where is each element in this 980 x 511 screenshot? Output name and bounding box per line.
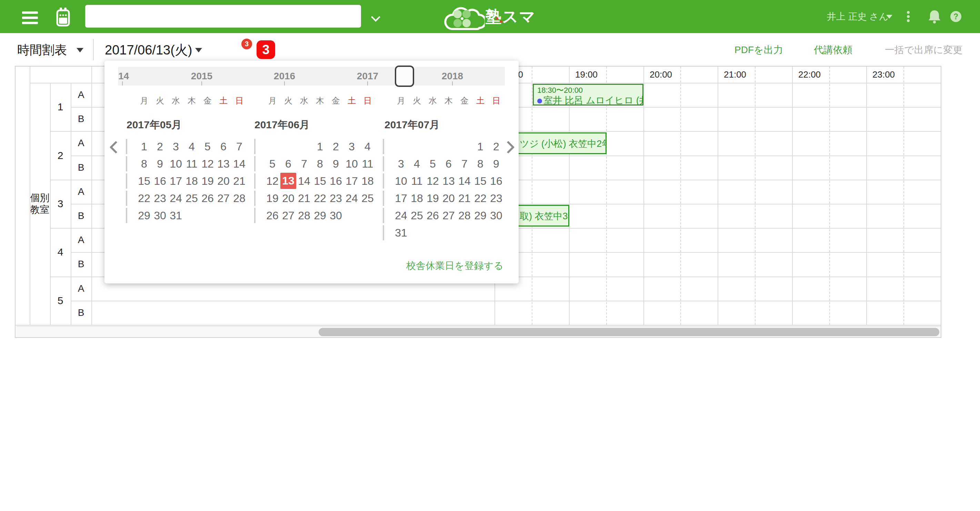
day-cell[interactable]: 6: [280, 155, 296, 172]
day-cell[interactable]: 17: [344, 172, 360, 189]
day-cell[interactable]: 30: [152, 207, 168, 224]
day-cell[interactable]: 13: [216, 155, 231, 172]
day-cell[interactable]: 25: [360, 189, 375, 207]
day-cell[interactable]: 8: [136, 155, 152, 172]
day-cell[interactable]: 26: [200, 189, 216, 207]
day-cell[interactable]: 29: [473, 207, 488, 224]
day-cell[interactable]: 2: [488, 138, 504, 155]
substitute-request-button[interactable]: 代講依頼: [814, 33, 853, 67]
day-cell[interactable]: 13: [280, 173, 296, 189]
day-cell[interactable]: 1: [473, 138, 488, 155]
day-cell[interactable]: 7: [231, 138, 247, 155]
day-cell[interactable]: 25: [409, 207, 425, 224]
day-cell[interactable]: 4: [360, 138, 375, 155]
day-cell[interactable]: 11: [360, 155, 375, 172]
day-cell[interactable]: 28: [457, 207, 473, 224]
chevron-down-icon[interactable]: [371, 13, 380, 22]
day-cell[interactable]: 22: [473, 189, 488, 207]
day-cell[interactable]: 26: [264, 207, 280, 224]
view-selector[interactable]: 時間割表: [17, 33, 67, 67]
day-cell[interactable]: 6: [441, 155, 457, 172]
schedule-device-icon[interactable]: [55, 7, 71, 27]
day-cell[interactable]: 7: [296, 155, 312, 172]
day-cell[interactable]: 28: [296, 207, 312, 224]
day-cell[interactable]: 20: [441, 189, 457, 207]
day-cell[interactable]: 13: [441, 172, 457, 189]
help-icon[interactable]: ?: [950, 11, 961, 22]
day-cell[interactable]: 5: [264, 155, 280, 172]
day-cell[interactable]: 23: [152, 189, 168, 207]
day-cell[interactable]: 28: [231, 189, 247, 207]
day-cell[interactable]: 20: [216, 172, 231, 189]
day-cell[interactable]: 17: [168, 172, 184, 189]
day-cell[interactable]: 26: [425, 207, 441, 224]
alerts-button[interactable]: 3: [256, 40, 275, 59]
day-cell[interactable]: 1: [312, 138, 328, 155]
day-cell[interactable]: 8: [473, 155, 488, 172]
day-cell[interactable]: 1: [136, 138, 152, 155]
view-caret-icon[interactable]: [76, 48, 83, 53]
day-cell[interactable]: 24: [168, 189, 184, 207]
day-cell[interactable]: 15: [473, 172, 488, 189]
kebab-menu-icon[interactable]: [907, 10, 910, 24]
day-cell[interactable]: 24: [344, 189, 360, 207]
day-cell[interactable]: 31: [168, 207, 184, 224]
day-cell[interactable]: 10: [393, 172, 409, 189]
day-cell[interactable]: 5: [425, 155, 441, 172]
day-cell[interactable]: 3: [393, 155, 409, 172]
day-cell[interactable]: 15: [312, 172, 328, 189]
day-cell[interactable]: 30: [328, 207, 344, 224]
day-cell[interactable]: 19: [425, 189, 441, 207]
scrollbar-thumb[interactable]: [319, 328, 939, 336]
day-cell[interactable]: 2: [152, 138, 168, 155]
day-cell[interactable]: 16: [152, 172, 168, 189]
day-cell[interactable]: 20: [280, 189, 296, 207]
search-input[interactable]: [85, 5, 361, 27]
day-cell[interactable]: 17: [393, 189, 409, 207]
day-cell[interactable]: 2: [328, 138, 344, 155]
day-cell[interactable]: 25: [184, 189, 200, 207]
day-cell[interactable]: 14: [231, 155, 247, 172]
day-cell[interactable]: 12: [264, 172, 280, 189]
day-cell[interactable]: 21: [231, 172, 247, 189]
day-cell[interactable]: 16: [328, 172, 344, 189]
user-caret-icon[interactable]: [886, 15, 892, 19]
day-cell[interactable]: 19: [200, 172, 216, 189]
day-cell[interactable]: 5: [200, 138, 216, 155]
day-cell[interactable]: 27: [441, 207, 457, 224]
day-cell[interactable]: 14: [296, 172, 312, 189]
day-cell[interactable]: 9: [488, 155, 504, 172]
day-cell[interactable]: 29: [136, 207, 152, 224]
day-cell[interactable]: 18: [409, 189, 425, 207]
day-cell[interactable]: 27: [280, 207, 296, 224]
day-cell[interactable]: 12: [425, 172, 441, 189]
day-cell[interactable]: 11: [409, 172, 425, 189]
day-cell[interactable]: 19: [264, 189, 280, 207]
day-cell[interactable]: 12: [200, 155, 216, 172]
notifications-bell-icon[interactable]: [928, 10, 941, 24]
day-cell[interactable]: 4: [184, 138, 200, 155]
day-cell[interactable]: 11: [184, 155, 200, 172]
day-cell[interactable]: 21: [457, 189, 473, 207]
day-cell[interactable]: 10: [344, 155, 360, 172]
day-cell[interactable]: 3: [168, 138, 184, 155]
user-menu[interactable]: 井上 正史 さん: [827, 0, 888, 33]
day-cell[interactable]: 21: [296, 189, 312, 207]
day-cell[interactable]: 31: [393, 224, 409, 241]
pdf-export-button[interactable]: PDFを出力: [735, 33, 783, 67]
day-cell[interactable]: 7: [457, 155, 473, 172]
day-cell[interactable]: 9: [328, 155, 344, 172]
day-cell[interactable]: 3: [344, 138, 360, 155]
register-holiday-link[interactable]: 校舎休業日を登録する: [406, 259, 503, 272]
day-cell[interactable]: 15: [136, 172, 152, 189]
day-cell[interactable]: 24: [393, 207, 409, 224]
day-cell[interactable]: 18: [360, 172, 375, 189]
day-cell[interactable]: 8: [312, 155, 328, 172]
day-cell[interactable]: 30: [488, 207, 504, 224]
day-cell[interactable]: 10: [168, 155, 184, 172]
day-cell[interactable]: 23: [328, 189, 344, 207]
day-cell[interactable]: 14: [457, 172, 473, 189]
day-cell[interactable]: 22: [136, 189, 152, 207]
day-cell[interactable]: 23: [488, 189, 504, 207]
day-cell[interactable]: 22: [312, 189, 328, 207]
